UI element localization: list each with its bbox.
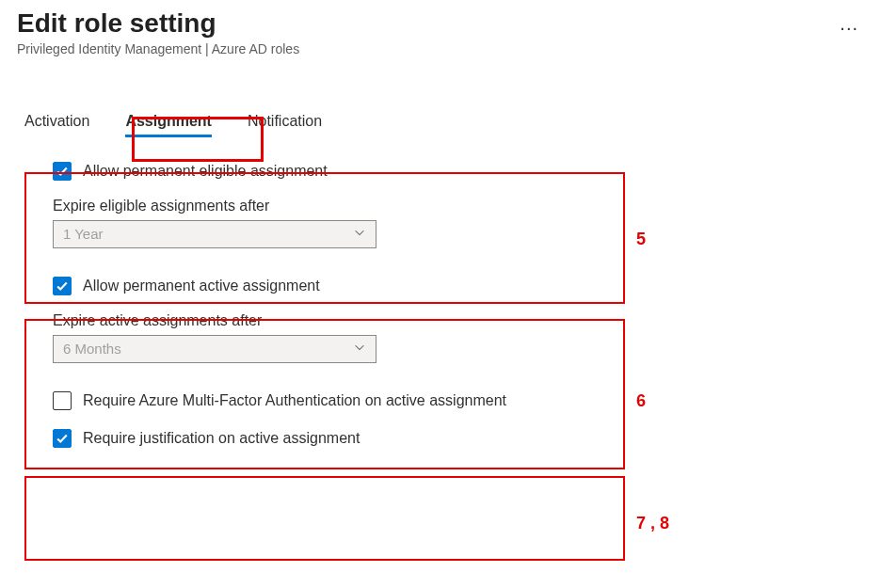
chevron-down-icon: [353, 341, 366, 357]
checkbox-allow-permanent-eligible[interactable]: [53, 162, 72, 181]
check-icon: [56, 165, 69, 178]
group-active: Allow permanent active assignment Expire…: [53, 277, 864, 363]
more-icon[interactable]: ···: [840, 8, 864, 39]
tab-activation[interactable]: Activation: [23, 109, 91, 137]
label-allow-permanent-active: Allow permanent active assignment: [83, 278, 320, 294]
checkbox-require-mfa[interactable]: [53, 391, 72, 410]
annotation-box-7-8: [24, 476, 625, 561]
page-title: Edit role setting: [17, 8, 299, 40]
group-eligible: Allow permanent eligible assignment Expi…: [53, 162, 864, 248]
tab-assignment[interactable]: Assignment: [123, 109, 214, 137]
label-allow-permanent-eligible: Allow permanent eligible assignment: [83, 163, 328, 180]
label-expire-eligible: Expire eligible assignments after: [53, 198, 864, 215]
chevron-down-icon: [353, 226, 366, 242]
breadcrumb: Privileged Identity Management | Azure A…: [17, 41, 299, 56]
select-expire-active[interactable]: 6 Months: [53, 335, 376, 363]
tabs: Activation Assignment Notification: [17, 109, 864, 137]
group-requirements: Require Azure Multi-Factor Authenticatio…: [53, 391, 864, 448]
select-expire-eligible-value: 1 Year: [63, 226, 104, 242]
check-icon: [56, 279, 69, 293]
checkbox-require-justification[interactable]: [53, 429, 72, 448]
select-expire-active-value: 6 Months: [63, 341, 121, 357]
label-expire-active: Expire active assignments after: [53, 312, 864, 329]
checkbox-allow-permanent-active[interactable]: [53, 277, 72, 295]
select-expire-eligible[interactable]: 1 Year: [53, 220, 376, 248]
label-require-mfa: Require Azure Multi-Factor Authenticatio…: [83, 392, 506, 409]
tab-notification[interactable]: Notification: [246, 109, 324, 137]
annotation-7-8: 7 , 8: [636, 514, 669, 533]
label-require-justification: Require justification on active assignme…: [83, 430, 360, 447]
check-icon: [56, 432, 69, 445]
